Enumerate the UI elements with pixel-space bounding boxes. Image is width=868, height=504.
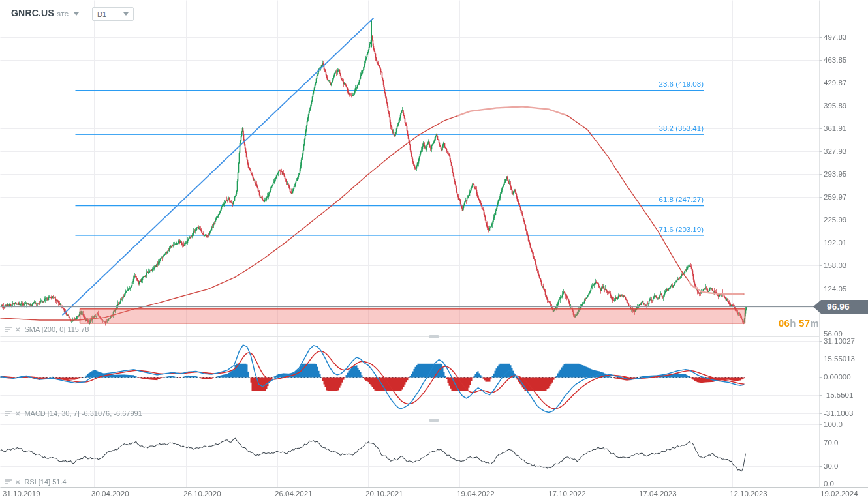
- indicator-remove-icon[interactable]: ✕: [15, 410, 20, 417]
- indicator-remove-icon[interactable]: ✕: [15, 326, 20, 333]
- macd-axis-label: 15.55013: [824, 354, 855, 363]
- price-axis-label: 429.87: [824, 78, 846, 87]
- indicator-settings-icon[interactable]: [5, 326, 12, 333]
- price-axis-label: 293.95: [824, 170, 846, 179]
- current-price-value: 96.96: [827, 302, 850, 312]
- macd-indicator-label: MACD [14, 30, 7] -6.31076, -6.67991: [24, 409, 142, 417]
- date-axis-label: 20.10.2021: [365, 489, 403, 498]
- panel-resize-handle[interactable]: [429, 419, 439, 422]
- macd-axis-label: 0.00000: [824, 372, 851, 381]
- macd-indicator-row: ✕ MACD [14, 30, 7] -6.31076, -6.67991: [5, 409, 142, 417]
- date-axis-label: 31.10.2019: [3, 489, 40, 498]
- fib-level-label: 61.8 (247.27): [659, 195, 704, 204]
- indicator-remove-icon[interactable]: ✕: [15, 479, 20, 486]
- date-axis-label: 19.02.2024: [820, 489, 858, 498]
- price-axis-label: 192.01: [824, 238, 846, 247]
- symbol-selector[interactable]: GNRC.US STC: [11, 7, 79, 20]
- price-axis-label: 259.97: [824, 192, 846, 201]
- indicator-settings-icon[interactable]: [5, 410, 12, 417]
- date-axis-label: 26.04.2021: [275, 489, 313, 498]
- fib-level-label: 23.6 (419.08): [659, 80, 704, 89]
- symbol-name: GNRC.US: [11, 8, 54, 18]
- rsi-axis-label: 100.0: [824, 420, 843, 429]
- indicator-settings-icon[interactable]: [5, 479, 12, 485]
- rsi-indicator-row: ✕ RSI [14] 51.4: [5, 478, 67, 486]
- price-chart-canvas[interactable]: [0, 0, 868, 504]
- date-axis-label: 12.10.2023: [730, 489, 767, 498]
- fib-level-label: 71.6 (203.19): [659, 225, 704, 234]
- chevron-down-icon[interactable]: [123, 12, 129, 16]
- price-axis-label: 327.93: [824, 147, 846, 156]
- price-axis-label: 395.89: [824, 101, 846, 110]
- timeframe-value: D1: [97, 10, 106, 18]
- date-axis-label: 26.10.2020: [183, 489, 221, 498]
- candle-countdown: 06h 57m: [737, 318, 819, 329]
- chart-window: GNRC.US STC D1 ✕ SMA [200, 0] 115.78 ✕ M…: [0, 0, 868, 504]
- price-axis-label: 124.05: [824, 284, 846, 293]
- timeframe-select[interactable]: D1: [92, 7, 134, 21]
- market-suffix: STC: [57, 11, 69, 18]
- rsi-axis-label: 30.0: [824, 462, 838, 471]
- rsi-indicator-label: RSI [14] 51.4: [24, 478, 66, 486]
- price-axis-label: 463.85: [824, 55, 846, 65]
- macd-axis-label: -31.1003: [824, 409, 853, 418]
- date-axis-label: 30.04.2020: [91, 489, 129, 498]
- macd-axis-label: 31.10027: [824, 336, 855, 346]
- date-axis-label: 17.10.2022: [548, 489, 586, 498]
- date-axis-label: 19.04.2022: [457, 489, 495, 498]
- rsi-axis-label: 0.0: [824, 479, 834, 488]
- sma-indicator-label: SMA [200, 0] 115.78: [24, 325, 89, 333]
- macd-axis-label: -15.5501: [824, 391, 853, 400]
- price-axis-label: 497.83: [824, 33, 846, 42]
- sma-indicator-row: ✕ SMA [200, 0] 115.78: [5, 325, 89, 333]
- price-axis-label: 158.03: [824, 261, 846, 270]
- panel-resize-handle[interactable]: [429, 335, 439, 338]
- chevron-down-icon[interactable]: [74, 12, 79, 16]
- price-axis-label: 361.91: [824, 124, 846, 133]
- current-price-badge: 96.96: [813, 300, 868, 314]
- price-axis-label: 225.99: [824, 215, 846, 224]
- date-axis-label: 17.04.2023: [639, 489, 677, 498]
- rsi-axis-label: 70.0: [824, 438, 838, 447]
- fib-level-label: 38.2 (353.41): [659, 124, 704, 133]
